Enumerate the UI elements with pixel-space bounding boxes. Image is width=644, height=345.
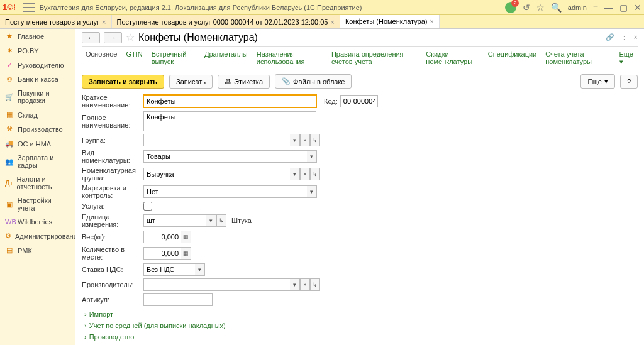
clear-icon[interactable]: × [300, 168, 310, 180]
tab-close-icon[interactable]: × [330, 18, 334, 26]
save-button[interactable]: Записать [169, 75, 213, 89]
expand-avg[interactable]: ›Учет по средней (для выписки накладных) [82, 320, 638, 331]
short-name-input[interactable] [143, 95, 316, 107]
link-icon[interactable]: 🔗 [606, 33, 614, 41]
expand-import[interactable]: ›Импорт [82, 309, 638, 320]
link-drag[interactable]: Драгметаллы [204, 50, 248, 66]
maximize-icon[interactable]: ▢ [619, 3, 628, 13]
back-button[interactable]: ← [82, 32, 100, 43]
nomgroup-label: Номенклатурная группа: [82, 167, 143, 182]
link-gtin[interactable]: GTIN [126, 50, 142, 66]
vat-input[interactable] [143, 263, 195, 276]
help-button[interactable]: ? [620, 75, 638, 89]
more-button[interactable]: Еще ▾ [580, 74, 614, 89]
nomgroup-input[interactable] [143, 168, 290, 180]
open-icon[interactable]: ↳ [310, 168, 320, 180]
username[interactable]: admin [568, 4, 587, 11]
tab-close-icon[interactable]: × [430, 18, 433, 25]
star-icon[interactable]: ☆ [126, 31, 135, 43]
link-sche[interactable]: Счета учета номенклатуры [545, 50, 610, 66]
sidebar-item[interactable]: ✶PO.BY [0, 43, 75, 58]
full-name-input[interactable]: Конфеты [143, 111, 316, 131]
sidebar-item[interactable]: ©Банк и касса [0, 72, 75, 86]
attach-icon: 📎 [282, 77, 291, 85]
expand-class[interactable]: ›Классификаторы [82, 342, 638, 345]
code-input[interactable] [340, 95, 378, 107]
dropdown-icon[interactable]: ▾ [307, 150, 317, 163]
tab-item-active[interactable]: Конфеты (Номенклатура)× [340, 15, 440, 28]
sidebar-item[interactable]: ⚙Администрирование [0, 229, 75, 243]
calc-icon[interactable]: ▦ [181, 247, 191, 260]
producer-input[interactable] [143, 278, 290, 291]
sidebar-item[interactable]: ⚒Производство [0, 122, 75, 136]
dropdown-icon[interactable]: ▾ [206, 214, 216, 227]
titlebar: 1©⁝ Бухгалтерия для Беларуси, редакция 2… [0, 0, 644, 15]
link-nazn[interactable]: Назначения использования [257, 50, 323, 66]
unit-input[interactable] [143, 214, 206, 227]
search-icon[interactable]: 🔍 [551, 3, 562, 13]
link-skid[interactable]: Скидки номенклатуры [426, 50, 479, 66]
open-icon[interactable]: ↳ [216, 214, 226, 227]
dropdown-icon[interactable]: ▾ [307, 185, 317, 198]
options-icon[interactable]: ⋮ [621, 33, 628, 41]
favorite-icon[interactable]: ☆ [536, 3, 545, 13]
type-input[interactable] [143, 150, 307, 163]
clear-icon[interactable]: × [300, 134, 310, 146]
link-vstr[interactable]: Встречный выпуск [152, 50, 196, 66]
app-title: Бухгалтерия для Беларуси, редакция 2.1. … [40, 4, 505, 11]
save-close-button[interactable]: Записать и закрыть [82, 75, 164, 89]
tax-icon: Дт [5, 179, 13, 187]
service-checkbox[interactable] [143, 202, 152, 211]
cloud-files-button[interactable]: 📎Файлы в облаке [275, 74, 352, 89]
dropdown-icon[interactable]: ▾ [195, 263, 205, 276]
tab-item[interactable]: Поступление товаров и услуг× [0, 15, 112, 28]
marking-input[interactable] [143, 185, 307, 198]
link-spec[interactable]: Спецификации [488, 50, 536, 66]
tab-item[interactable]: Поступление товаров и услуг 0000-000044 … [112, 15, 340, 28]
sidebar-item[interactable]: 🚚ОС и НМА [0, 136, 75, 151]
calc-icon[interactable]: ▦ [181, 231, 191, 243]
clear-icon[interactable]: × [300, 278, 310, 291]
qty-input[interactable] [143, 247, 181, 260]
open-icon[interactable]: ↳ [310, 134, 320, 146]
article-input[interactable] [143, 293, 213, 306]
sidebar-item[interactable]: ▣Настройки учета [0, 194, 75, 215]
sidebar-item[interactable]: 👥Зарплата и кадры [0, 151, 75, 172]
sidebar-item[interactable]: ✓Руководителю [0, 58, 75, 72]
sidebar-item[interactable]: WBWildberries [0, 215, 75, 229]
sidebar-item[interactable]: ★Главное [0, 29, 75, 43]
close-icon[interactable]: ✕ [634, 3, 641, 13]
sidebar-item[interactable]: 🛒Покупки и продажи [0, 86, 75, 107]
link-main[interactable]: Основное [86, 50, 117, 66]
forward-button[interactable]: → [104, 32, 122, 43]
sidebar-item[interactable]: ▤РМК [0, 243, 75, 258]
cart-icon: 🛒 [5, 93, 14, 101]
dropdown-icon[interactable]: ▾ [290, 134, 300, 146]
sidebar-item[interactable]: ▦Склад [0, 107, 75, 122]
close-panel-icon[interactable]: × [634, 33, 638, 41]
qty-label: Количество в месте: [82, 246, 143, 261]
short-name-label: Краткое наименование: [82, 94, 143, 109]
minimize-icon[interactable]: — [604, 3, 613, 13]
history-icon[interactable]: ↺ [523, 3, 530, 13]
label-button[interactable]: 🖶Этикетка [218, 75, 270, 89]
poby-icon: ✶ [5, 47, 14, 55]
link-more[interactable]: Еще ▾ [619, 50, 635, 66]
settings-icon[interactable]: ≡ [593, 3, 598, 13]
open-icon[interactable]: ↳ [310, 278, 320, 291]
gear-icon: ⚙ [5, 232, 11, 240]
group-input[interactable] [143, 134, 290, 146]
expand-prod[interactable]: ›Производство [82, 331, 638, 342]
tab-close-icon[interactable]: × [102, 18, 106, 26]
sidebar-item[interactable]: ДтНалоги и отчетность [0, 172, 75, 194]
unit-full: Штука [231, 217, 252, 224]
linkbar: Основное GTIN Встречный выпуск Драгметал… [82, 46, 638, 70]
dropdown-icon[interactable]: ▾ [290, 168, 300, 180]
link-prav[interactable]: Правила определения счетов учета [331, 50, 417, 66]
notification-icon[interactable]: 2 [505, 2, 516, 13]
menu-icon[interactable] [23, 3, 35, 12]
full-name-label: Полное наименование: [82, 114, 143, 129]
weight-input[interactable] [143, 231, 181, 243]
chevron-right-icon: › [84, 310, 87, 318]
dropdown-icon[interactable]: ▾ [290, 278, 300, 291]
